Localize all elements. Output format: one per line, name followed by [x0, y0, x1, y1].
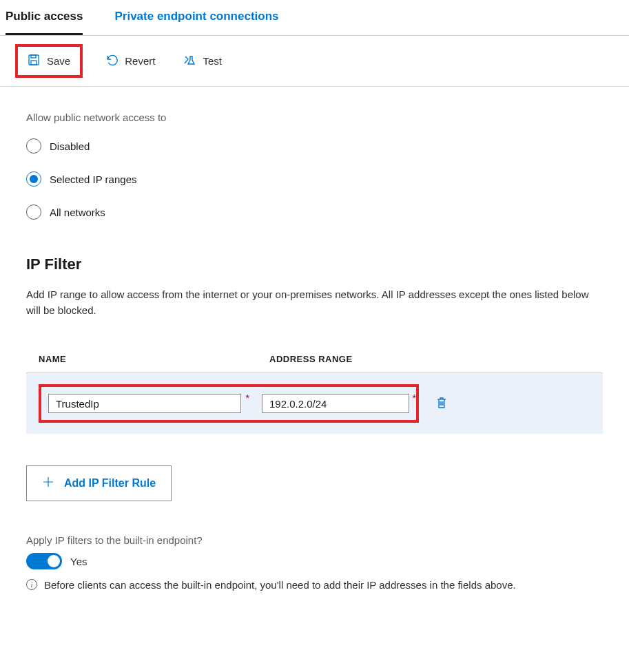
radio-all-networks[interactable]: All networks	[26, 204, 603, 220]
table-row: * *	[26, 372, 603, 434]
ip-filter-heading: IP Filter	[26, 255, 603, 273]
test-icon	[183, 54, 196, 69]
radio-label: All networks	[50, 207, 105, 218]
add-ip-filter-rule-button[interactable]: Add IP Filter Rule	[26, 465, 172, 501]
ip-filter-table-header: NAME ADDRESS RANGE	[26, 346, 603, 372]
add-button-label: Add IP Filter Rule	[64, 477, 156, 490]
radio-circle-icon	[26, 138, 41, 154]
toggle-row: Yes	[26, 553, 603, 569]
column-address-range: ADDRESS RANGE	[269, 354, 590, 364]
info-row: i Before clients can access the built-in…	[26, 578, 603, 594]
address-range-input[interactable]	[262, 394, 409, 413]
trash-icon	[435, 401, 448, 412]
test-button[interactable]: Test	[177, 50, 227, 73]
column-name: NAME	[39, 354, 269, 364]
toggle-knob-icon	[48, 555, 60, 567]
svg-rect-1	[31, 55, 36, 58]
tab-private-endpoint[interactable]: Private endpoint connections	[114, 0, 278, 35]
toggle-value-label: Yes	[70, 556, 87, 567]
save-label: Save	[47, 55, 70, 67]
delete-row-button[interactable]	[431, 392, 452, 416]
builtin-endpoint-label: Apply IP filters to the built-in endpoin…	[26, 534, 603, 546]
name-input[interactable]	[48, 394, 241, 413]
radio-dot-icon	[30, 175, 38, 183]
test-label: Test	[203, 55, 222, 67]
highlight-inputs: * *	[39, 384, 419, 423]
address-field-wrap: *	[262, 394, 409, 413]
tabs-container: Public access Private endpoint connectio…	[0, 0, 629, 36]
required-star-icon: *	[246, 392, 249, 403]
builtin-endpoint-section: Apply IP filters to the built-in endpoin…	[26, 534, 603, 594]
content: Allow public network access to Disabled …	[0, 87, 629, 607]
save-button[interactable]: Save	[22, 50, 76, 72]
revert-icon	[105, 54, 118, 69]
radio-label: Selected IP ranges	[50, 174, 136, 185]
name-field-wrap: *	[48, 394, 262, 413]
radio-circle-icon	[26, 171, 41, 187]
info-icon: i	[26, 579, 37, 590]
revert-button[interactable]: Revert	[99, 50, 161, 73]
plus-icon	[42, 476, 54, 491]
toolbar: Save Revert Test	[0, 36, 629, 87]
required-star-icon: *	[413, 392, 416, 403]
builtin-endpoint-toggle[interactable]	[26, 553, 62, 569]
highlight-save: Save	[15, 44, 83, 78]
radio-label: Disabled	[50, 140, 90, 152]
tab-public-access[interactable]: Public access	[6, 0, 83, 35]
radio-selected-ip[interactable]: Selected IP ranges	[26, 171, 603, 187]
revert-label: Revert	[125, 55, 155, 67]
svg-rect-0	[29, 55, 39, 65]
radio-circle-icon	[26, 204, 41, 220]
info-text: Before clients can access the built-in e…	[44, 578, 516, 594]
radio-disabled[interactable]: Disabled	[26, 138, 603, 154]
access-label: Allow public network access to	[26, 112, 603, 123]
save-icon	[28, 54, 40, 68]
ip-filter-description: Add IP range to allow access from the in…	[26, 287, 603, 318]
svg-rect-2	[31, 61, 37, 65]
access-radio-group: Disabled Selected IP ranges All networks	[26, 138, 603, 220]
